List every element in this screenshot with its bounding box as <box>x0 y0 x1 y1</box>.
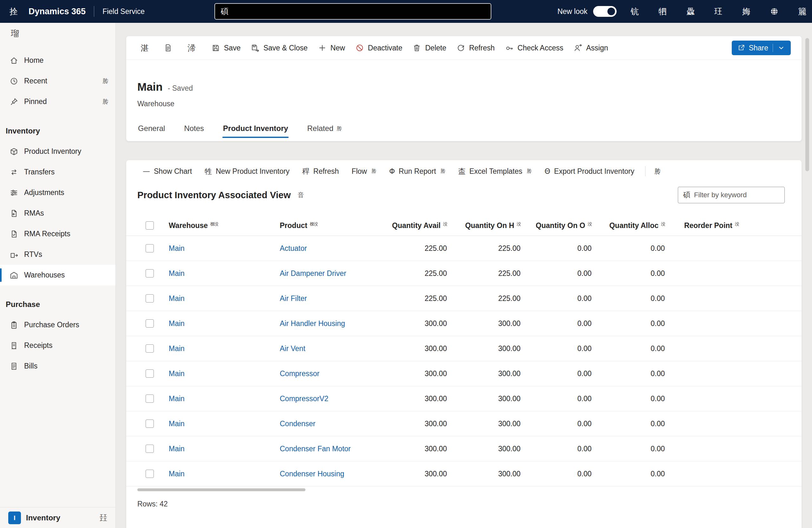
product-link[interactable]: Compressor <box>280 369 319 378</box>
row-checkbox[interactable] <box>146 269 154 278</box>
product-link[interactable]: CompressorV2 <box>280 395 328 403</box>
sidebar-item-rma-receipts[interactable]: RMA Receipts <box>0 223 115 244</box>
sidebar-item-product-inventory[interactable]: Product Inventory <box>0 141 115 162</box>
hamburger-menu-icon[interactable]: 拴 <box>8 6 19 17</box>
sidebar-item-bills[interactable]: Bills <box>0 356 115 377</box>
warehouse-link[interactable]: Main <box>169 244 185 253</box>
product-link[interactable]: Actuator <box>280 244 307 253</box>
warehouse-link[interactable]: Main <box>169 369 185 378</box>
share-button[interactable]: Share <box>732 41 791 55</box>
new-product-inventory-button[interactable]: 牲New Product Inventory <box>200 163 295 179</box>
tab-related[interactable]: Related䏝 <box>306 116 343 141</box>
warehouse-link[interactable]: Main <box>169 319 185 328</box>
warehouse-link[interactable]: Main <box>169 470 185 478</box>
glyph-icon-2[interactable]: 牭 <box>658 7 667 16</box>
warehouse-link[interactable]: Main <box>169 444 185 453</box>
column-header-qty_available[interactable]: Quantity Avail㳇 <box>384 221 452 230</box>
flow-button[interactable]: Flow䏝 <box>346 163 381 179</box>
site-map-button[interactable]: 湛 <box>136 39 154 57</box>
form-button[interactable] <box>159 39 177 57</box>
filter-box[interactable]: 碩 <box>678 187 785 203</box>
sidebar-item-purchase-orders[interactable]: Purchase Orders <box>0 314 115 335</box>
warehouse-link[interactable]: Main <box>169 420 185 428</box>
warehouse-link[interactable]: Main <box>169 294 185 303</box>
warehouse-link[interactable]: Main <box>169 269 185 278</box>
more-commands-button[interactable]: 䏝 <box>651 163 664 179</box>
new-button[interactable]: New <box>313 39 350 57</box>
view-selector[interactable]: Product Inventory Associated View 音 <box>137 190 304 201</box>
row-checkbox[interactable] <box>146 420 154 428</box>
column-header-reorder_point[interactable]: Reorder Point㳇 <box>670 221 744 230</box>
product-link[interactable]: Condenser Fan Motor <box>280 444 351 453</box>
sidebar-item-home[interactable]: Home <box>0 50 115 71</box>
area-switch-icon[interactable]: 㠭 <box>100 513 107 523</box>
run-report-button[interactable]: ΦRun Report䏝 <box>384 163 451 179</box>
column-header-qty_allocated[interactable]: Quantity Alloc㳇 <box>597 221 670 230</box>
row-checkbox[interactable] <box>146 319 154 327</box>
product-link[interactable]: Condenser Housing <box>280 470 344 478</box>
save-button[interactable]: Save <box>206 39 246 57</box>
refresh-grid-button[interactable]: 稈Refresh <box>297 163 344 179</box>
sidebar-item-receipts[interactable]: Receipts <box>0 335 115 356</box>
sidebar-item-transfers[interactable]: Transfers <box>0 162 115 182</box>
row-checkbox[interactable] <box>146 294 154 303</box>
tab-product-inventory[interactable]: Product Inventory <box>222 116 289 141</box>
row-checkbox[interactable] <box>146 344 154 353</box>
excel-templates-button[interactable]: 㭗Excel Templates䏝 <box>453 163 537 179</box>
horizontal-scrollbar[interactable] <box>137 487 801 492</box>
filter-keyword-input[interactable] <box>694 191 779 199</box>
row-checkbox[interactable] <box>146 395 154 403</box>
row-checkbox[interactable] <box>146 470 154 478</box>
select-all-checkbox[interactable] <box>146 221 154 230</box>
product-link[interactable]: Air Filter <box>280 294 307 303</box>
glyph-icon-7[interactable]: 籭 <box>797 7 807 16</box>
sidebar-item-rtvs[interactable]: RTVs <box>0 244 115 265</box>
row-checkbox[interactable] <box>146 444 154 453</box>
column-header-product[interactable]: Product㮠㳇 <box>273 221 384 230</box>
sidebar-item-warehouses[interactable]: Warehouses <box>0 265 115 285</box>
product-link[interactable]: Condenser <box>280 420 316 428</box>
vertical-scrollbar-thumb[interactable] <box>805 38 809 171</box>
area-switcher[interactable]: I Inventory 㠭 <box>0 507 115 528</box>
warehouse-link[interactable]: Main <box>169 395 185 403</box>
glyph-icon-4[interactable]: 玨 <box>714 7 723 16</box>
sidebar-item-pinned[interactable]: Pinned䏝 <box>0 91 115 112</box>
glyph-icon-3[interactable]: 飍 <box>686 7 695 16</box>
export-product-inventory-button[interactable]: ΘExport Product Inventory <box>539 163 639 179</box>
view-dropdown-icon[interactable]: 音 <box>298 191 304 200</box>
horizontal-scrollbar-thumb[interactable] <box>137 488 305 491</box>
product-link[interactable]: Air Dampener Driver <box>280 269 346 278</box>
column-header-qty_on_order[interactable]: Quantity On O㳇 <box>525 221 597 230</box>
new-look-toggle[interactable] <box>593 6 617 17</box>
sidebar-item-rmas[interactable]: RMAs <box>0 203 115 223</box>
row-checkbox[interactable] <box>146 369 154 378</box>
show-chart-button[interactable]: —Show Chart <box>137 163 197 179</box>
check-access-button[interactable]: Check Access <box>500 39 568 57</box>
save-and-close-button[interactable]: Save & Close <box>246 39 313 57</box>
deactivate-button[interactable]: Deactivate <box>350 39 408 57</box>
column-header-qty_on_hand[interactable]: Quantity On H㳇 <box>452 221 525 230</box>
glyph-icon-5[interactable]: 娒 <box>742 7 751 16</box>
nav-group-header-purchase: Purchase <box>0 294 115 314</box>
tab-notes[interactable]: Notes <box>183 116 205 141</box>
global-search-input[interactable] <box>233 7 485 16</box>
product-link[interactable]: Air Handler Housing <box>280 319 345 328</box>
sidebar-item-recent[interactable]: Recent䏝 <box>0 71 115 91</box>
sidebar-item-adjustments[interactable]: Adjustments <box>0 182 115 203</box>
collapse-nav-icon[interactable]: 瑠 <box>0 23 115 44</box>
column-header-warehouse[interactable]: Warehouse㮠㳇 <box>162 221 273 230</box>
cell-qty_on_hand: 300.00 <box>452 395 525 403</box>
assign-button[interactable]: Assign <box>568 39 613 57</box>
refresh-button[interactable]: Refresh <box>451 39 500 57</box>
tab-general[interactable]: General <box>137 116 165 141</box>
glyph-icon-1[interactable]: 钪 <box>630 7 639 16</box>
table-row: MainCompressorV2300.00300.000.000.00 <box>126 386 801 411</box>
global-search[interactable]: 碩 <box>214 3 491 20</box>
globe-icon[interactable] <box>769 7 779 16</box>
focus-view-button[interactable]: 㴆 <box>183 39 201 57</box>
warehouse-link[interactable]: Main <box>169 344 185 353</box>
delete-button[interactable]: Delete <box>407 39 451 57</box>
product-link[interactable]: Air Vent <box>280 344 305 353</box>
cell-value: 0.00 <box>577 319 592 328</box>
row-checkbox[interactable] <box>146 244 154 252</box>
